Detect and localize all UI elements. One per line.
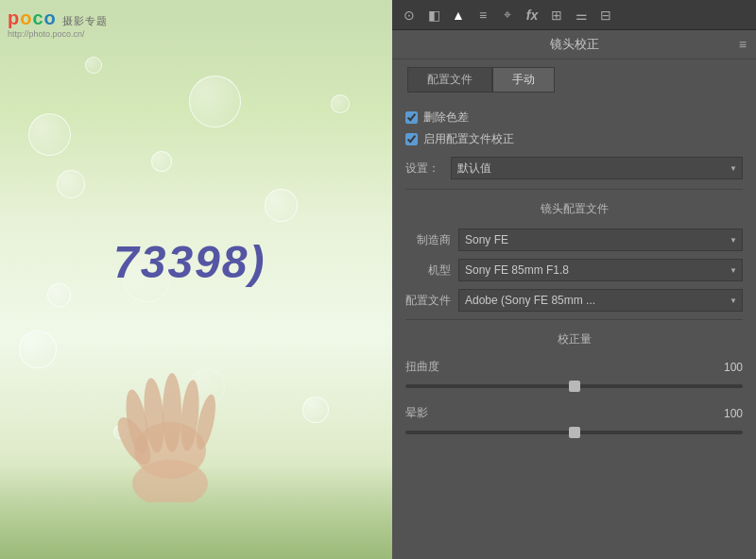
- bubble: [189, 76, 241, 127]
- tab-manual[interactable]: 手动: [492, 67, 555, 93]
- poco-logo: poco 摄影专题: [8, 8, 108, 29]
- model-label: 机型: [405, 263, 451, 279]
- hand-svg: [66, 276, 274, 502]
- model-select-wrapper: Sony FE 85mm F1.8 Sony FE 50mm F1.8 Sony…: [458, 259, 743, 281]
- distortion-value: 100: [714, 361, 743, 374]
- poco-url: http://photo.poco.cn/: [8, 29, 108, 39]
- vignette-value: 100: [714, 407, 743, 420]
- watermark-text: 73398): [113, 236, 266, 288]
- content-area: 删除色差 启用配置文件校正 设置： 默认值 自定义 镜头配置文件 制造商 So: [392, 100, 756, 559]
- bubble: [265, 189, 298, 222]
- model-row: 机型 Sony FE 85mm F1.8 Sony FE 50mm F1.8 S…: [405, 259, 743, 281]
- calibration-icon[interactable]: ⊞: [547, 6, 566, 25]
- settings-panel: ⊙ ◧ ▲ ≡ ⌖ fx ⊞ ⚌ ⊟ 镜头校正 ≡ 配置文件 手动 删除色差 启…: [392, 0, 756, 559]
- detail-icon[interactable]: ▲: [449, 6, 468, 25]
- profile-file-label: 配置文件: [405, 293, 451, 309]
- snapshots-icon[interactable]: ⊟: [596, 6, 615, 25]
- maker-row: 制造商 Sony FE Canon Nikon Sigma: [405, 229, 743, 251]
- settings-label: 设置：: [405, 161, 443, 177]
- maker-select[interactable]: Sony FE Canon Nikon Sigma: [458, 229, 743, 251]
- enable-profile-checkbox[interactable]: [405, 133, 418, 145]
- fx-icon[interactable]: fx: [523, 6, 541, 25]
- crop-icon[interactable]: ◧: [424, 6, 443, 25]
- panel-header: 镜头校正 ≡: [392, 30, 756, 59]
- split-tone-icon[interactable]: ⌖: [498, 6, 517, 25]
- enable-profile-label: 启用配置文件校正: [423, 131, 514, 147]
- tabs-row: 配置文件 手动: [392, 59, 756, 100]
- remove-ca-checkbox[interactable]: [405, 111, 418, 124]
- profile-file-select[interactable]: Adobe (Sony FE 85mm ... 默认: [458, 289, 743, 312]
- settings-select-wrapper: 默认值 自定义: [451, 157, 743, 179]
- profile-file-select-wrapper: Adobe (Sony FE 85mm ... 默认: [458, 289, 743, 312]
- settings-dropdown-row: 设置： 默认值 自定义: [405, 157, 743, 179]
- remove-ca-row: 删除色差: [405, 110, 743, 126]
- enable-profile-row: 启用配置文件校正: [405, 131, 743, 147]
- bubble: [85, 57, 102, 74]
- toolbar: ⊙ ◧ ▲ ≡ ⌖ fx ⊞ ⚌ ⊟: [392, 0, 756, 30]
- divider-1: [405, 189, 743, 190]
- hsl-icon[interactable]: ≡: [473, 6, 492, 25]
- vignette-label: 晕影: [405, 405, 428, 421]
- presets-icon[interactable]: ⚌: [572, 6, 591, 25]
- vignette-slider-header: 晕影 100: [405, 405, 743, 421]
- remove-ca-label: 删除色差: [423, 110, 469, 126]
- bubble: [331, 94, 350, 113]
- settings-select[interactable]: 默认值 自定义: [451, 157, 743, 179]
- divider-2: [405, 319, 743, 320]
- svg-point-4: [163, 373, 181, 452]
- distortion-label: 扭曲度: [405, 359, 439, 375]
- poco-watermark: poco 摄影专题 http://photo.poco.cn/: [8, 8, 108, 39]
- bubble: [57, 170, 85, 198]
- distortion-slider-header: 扭曲度 100: [405, 359, 743, 375]
- vignette-input[interactable]: [405, 431, 743, 434]
- distortion-slider-row: 扭曲度 100: [405, 359, 743, 394]
- panel-menu-icon[interactable]: ≡: [739, 37, 747, 52]
- bubble: [302, 397, 329, 423]
- bubble: [19, 330, 57, 368]
- corrections-header: 校正量: [405, 331, 743, 351]
- tab-profile[interactable]: 配置文件: [407, 67, 492, 93]
- bubble: [151, 151, 172, 172]
- maker-select-wrapper: Sony FE Canon Nikon Sigma: [458, 229, 743, 251]
- histogram-icon[interactable]: ⊙: [400, 6, 419, 25]
- profile-file-row: 配置文件 Adobe (Sony FE 85mm ... 默认: [405, 289, 743, 312]
- lens-profile-header: 镜头配置文件: [405, 201, 743, 221]
- vignette-track: [405, 425, 743, 440]
- distortion-track: [405, 379, 743, 394]
- model-select[interactable]: Sony FE 85mm F1.8 Sony FE 50mm F1.8 Sony…: [458, 259, 743, 281]
- panel-title: 镜头校正: [550, 36, 599, 53]
- maker-label: 制造商: [405, 232, 451, 248]
- bubble: [28, 113, 71, 156]
- vignette-slider-row: 晕影 100: [405, 405, 743, 440]
- distortion-input[interactable]: [405, 384, 743, 388]
- photo-panel: poco 摄影专题 http://photo.poco.cn/ 73398): [0, 0, 392, 559]
